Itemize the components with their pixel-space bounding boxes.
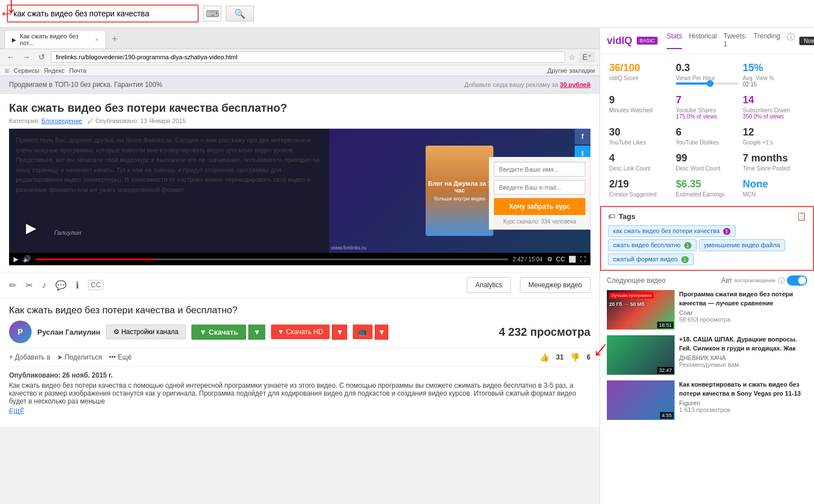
next-video-info-1: Программа сжатия видео без потери качест…	[679, 290, 807, 330]
bookmark-services[interactable]: Сервисы	[14, 67, 40, 74]
autoplay-toggle-track[interactable]	[787, 275, 807, 286]
forward-button[interactable]: →	[20, 51, 33, 63]
volume-icon[interactable]: 🔊	[23, 255, 31, 263]
play-pause-btn[interactable]: ▶	[14, 256, 18, 263]
metric-label-earnings: Estimated Earnings	[676, 191, 738, 198]
keyboard-icon-btn[interactable]: ⌨	[203, 6, 221, 21]
lead-form: Хочу забрать курс Курс скачало: 334 чело…	[489, 157, 590, 230]
search-button[interactable]: 🔍	[226, 6, 254, 21]
vidiq-nav-tweets[interactable]: Tweets: 1	[724, 32, 747, 49]
trim-icon[interactable]: ✂	[25, 280, 33, 291]
bookmark-yandex[interactable]: Яндекс	[44, 67, 65, 74]
subscribe-btn[interactable]: ▼ Скачать	[191, 325, 246, 340]
show-more-btn[interactable]: ЕЩЁ	[9, 407, 590, 415]
video-manager-button[interactable]: Менеджер видео	[520, 277, 590, 293]
tab-close-icon[interactable]: ×	[95, 36, 99, 43]
vidiq-basic-badge: BASIC	[637, 37, 658, 45]
next-video-item-3[interactable]: 4:55 Как конвертировать и сжать видео бе…	[607, 380, 807, 420]
progress-bar[interactable]	[36, 258, 508, 260]
music-icon[interactable]: ♪	[42, 280, 46, 290]
fullscreen-icon[interactable]: ⛶	[580, 256, 586, 263]
subtitles-icon[interactable]: CC	[556, 256, 565, 263]
subscribe-arrow-btn[interactable]: ▼	[248, 325, 265, 340]
tag-text-4: сжатый формат видео	[613, 256, 677, 262]
tag-item-4[interactable]: сжатый формат видео 1	[608, 253, 694, 265]
star-icon[interactable]: ☆	[568, 52, 576, 62]
metric-label-vph: Views Per Hour	[676, 75, 738, 81]
vidiq-nav-stats[interactable]: Stats	[667, 32, 682, 49]
next-video-thumb-2: 32:47	[607, 335, 675, 375]
analytics-button[interactable]: Analytics	[467, 277, 511, 293]
metric-value-vph: 0.3	[676, 62, 738, 74]
vidiq-nav-historical[interactable]: Historical	[689, 32, 716, 49]
next-video-duration-2: 32:47	[657, 367, 673, 374]
download-hd-btn[interactable]: ▼ Скачать HD	[271, 325, 330, 339]
theater-icon[interactable]: ⬜	[568, 256, 576, 263]
tag-item-2[interactable]: сжать видео бесплатно 1	[608, 239, 697, 251]
comment-icon[interactable]: 💬	[55, 280, 67, 291]
thumbs-up-icon[interactable]: 👍	[540, 353, 549, 362]
tag-item-1[interactable]: как сжать видео без потери качества 5	[608, 225, 736, 237]
tag-item-3[interactable]: уменьшение видео файла	[699, 239, 785, 251]
share-btn[interactable]: ➤ Поделиться	[57, 353, 102, 361]
new-tab-icon[interactable]: +	[108, 33, 121, 45]
thumbs-down-icon[interactable]: 👎	[570, 353, 580, 362]
address-input[interactable]: firelinks.ru/blogovedenie/190-programma-…	[51, 51, 565, 63]
metric-sub-avgview: 02:15	[743, 81, 805, 87]
back-button[interactable]: ←	[5, 51, 17, 63]
bookmark-mail[interactable]: Почта	[69, 67, 87, 74]
download-hd-arrow-btn[interactable]: ▼	[332, 325, 347, 340]
ad-price-link[interactable]: 30 рублей	[560, 81, 590, 88]
video-main-title: Как сжать видео без потери качества и бе…	[9, 305, 590, 316]
publish-date: Опубликовано: 26 нояб. 2015 г.	[9, 371, 590, 379]
category-link[interactable]: Блоговедение	[42, 117, 82, 124]
add-to-btn[interactable]: + Добавить в	[9, 353, 50, 361]
metric-value-desclinks: 4	[609, 152, 671, 164]
channel-settings-btn[interactable]: ⚙ Настройки канала	[106, 325, 186, 339]
vidiq-logo: vidIQ	[607, 35, 632, 47]
extensions-icon[interactable]: E⁺	[579, 51, 595, 63]
next-video-item-2[interactable]: 32:47 +18. САША ШПАК. Дурацкие вопросы. …	[607, 335, 807, 375]
channel-avatar: Р	[9, 321, 32, 343]
search-input[interactable]: как сжать видео без потери качества	[7, 5, 199, 23]
reload-button[interactable]: ↺	[36, 51, 47, 63]
channel-icon-arrow-btn[interactable]: ▼	[375, 325, 388, 340]
video-thumbnail: Блог на Джумла за 1 час больше внутри ви…	[426, 146, 493, 236]
next-video-item-1[interactable]: Лучшая программа 20 Гб → 50 Мб 18:51 Про…	[607, 290, 807, 330]
channel-name[interactable]: Руслан Галиулин	[37, 328, 100, 336]
metric-label-avgview: Avg. View %	[743, 75, 805, 81]
next-video-title-1: Программа сжатия видео без потери качест…	[679, 290, 807, 308]
metric-minutes: 9 Minutes Watched	[607, 91, 673, 123]
metric-label-desclinks: Desc Link Count	[609, 165, 671, 172]
dislike-count: 6	[587, 353, 590, 361]
more-btn[interactable]: ••• Ещё	[109, 353, 132, 361]
info-icon[interactable]: ℹ	[76, 280, 79, 291]
metric-label-subscribers: Subscribers Driven	[743, 107, 805, 113]
vidiq-info-icon[interactable]: ⓘ	[787, 32, 795, 49]
metric-sub-subscribers: 350.0% of views	[743, 113, 805, 120]
vidiq-nav: Stats Historical Tweets: 1 Trending ⓘ	[667, 32, 795, 49]
bookmark-other[interactable]: Другие закладки	[548, 67, 595, 74]
edit-icon[interactable]: ✏	[9, 280, 16, 291]
apps-icon[interactable]: ⊞	[5, 68, 9, 74]
channel-icon-group: 📺 ▼	[353, 325, 388, 340]
tab-favicon: ▶	[12, 37, 16, 43]
copy-tags-btn[interactable]: 📋	[797, 212, 806, 221]
form-name-input[interactable]	[494, 162, 585, 177]
play-button-overlay[interactable]: ▶	[26, 220, 36, 236]
browser-tab[interactable]: ▶ Как сжать видео без пот... ×	[5, 30, 106, 49]
metric-creatorsug: 2/19 Creator Suggested	[607, 175, 673, 201]
form-submit-btn[interactable]: Хочу забрать курс	[494, 198, 585, 215]
tag-text-2: сжать видео бесплатно	[613, 242, 681, 248]
metric-label-creatorsug: Creator Suggested	[609, 191, 671, 198]
vidiq-nav-trending[interactable]: Trending	[754, 32, 780, 49]
metric-label-mcn: MCN	[743, 191, 805, 198]
facebook-share-btn[interactable]: f	[575, 129, 590, 144]
form-email-input[interactable]	[494, 180, 585, 195]
cc-icon[interactable]: CC	[88, 280, 103, 290]
channel-icon-btn[interactable]: 📺	[353, 325, 373, 339]
settings-video-icon[interactable]: ⚙	[547, 256, 553, 263]
metric-value-avgview: 15%	[743, 62, 805, 74]
tag-text-1: как сжать видео без потери качества	[613, 227, 720, 234]
autoplay-info-icon[interactable]: ⓘ	[778, 276, 785, 286]
